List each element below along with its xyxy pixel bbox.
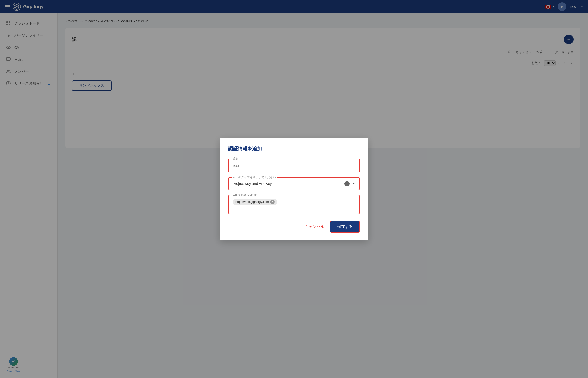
save-button[interactable]: 保存する [330,221,360,233]
name-label: 氏名 [232,157,239,161]
whitelisted-domain-field: Whitelisted Domain https://abc.gigalogy.… [228,195,360,214]
key-type-field[interactable]: キーのタイプを選択してください Project Key and API Key … [228,177,360,190]
key-type-label: キーのタイプを選択してください [232,175,277,179]
name-input[interactable] [233,162,355,169]
whitelisted-domain-label: Whitelisted Domain [232,193,258,196]
name-field: 氏名 [228,159,360,172]
modal-footer: キャンセル 保存する [228,221,360,233]
cancel-button[interactable]: キャンセル [305,224,324,229]
domain-tag-remove[interactable]: ✕ [270,200,274,204]
modal-title: 認証情報を追加 [228,146,360,152]
domain-tag-value: https://abc.gigalogy.com [235,200,269,204]
modal-overlay[interactable]: 認証情報を追加 氏名 キーのタイプを選択してください Project Key a… [0,0,588,378]
modal-dialog: 認証情報を追加 氏名 キーのタイプを選択してください Project Key a… [220,138,368,240]
key-type-icons: i ▼ [344,181,355,186]
domain-tag: https://abc.gigalogy.com ✕ [233,199,277,205]
key-type-value: Project Key and API Key [233,182,272,186]
select-chevron-icon: ▼ [352,182,355,186]
domain-tags-container: https://abc.gigalogy.com ✕ [233,199,355,205]
info-icon[interactable]: i [344,181,350,186]
